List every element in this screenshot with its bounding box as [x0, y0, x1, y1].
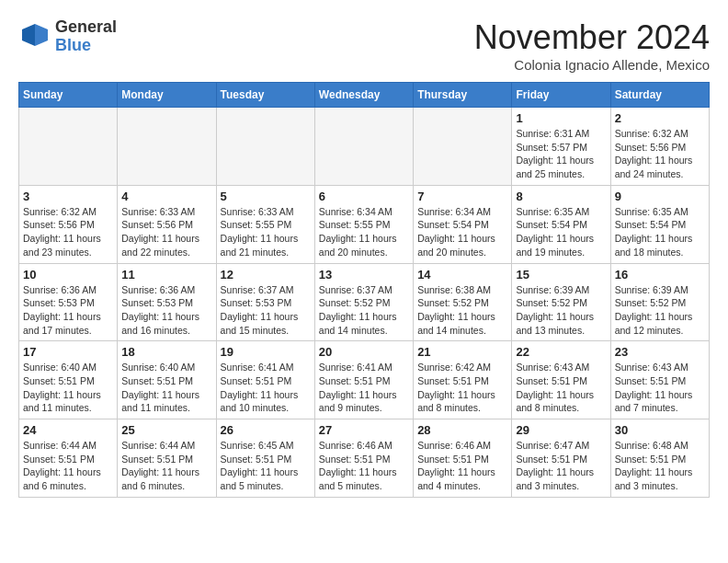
day-info: Sunrise: 6:41 AMSunset: 5:51 PMDaylight:… [319, 361, 409, 415]
day-info: Sunrise: 6:35 AMSunset: 5:54 PMDaylight:… [615, 205, 705, 259]
day-info: Sunrise: 6:33 AMSunset: 5:56 PMDaylight:… [121, 205, 211, 259]
day-number: 11 [121, 268, 211, 282]
calendar-header: SundayMondayTuesdayWednesdayThursdayFrid… [19, 83, 710, 108]
day-info: Sunrise: 6:46 AMSunset: 5:51 PMDaylight:… [417, 439, 507, 493]
calendar-table: SundayMondayTuesdayWednesdayThursdayFrid… [18, 82, 710, 498]
day-number: 15 [516, 268, 606, 282]
calendar-cell: 27Sunrise: 6:46 AMSunset: 5:51 PMDayligh… [314, 419, 413, 498]
calendar-cell: 22Sunrise: 6:43 AMSunset: 5:51 PMDayligh… [512, 341, 610, 419]
calendar-cell: 16Sunrise: 6:39 AMSunset: 5:52 PMDayligh… [610, 263, 709, 341]
day-number: 30 [615, 423, 705, 437]
day-info: Sunrise: 6:46 AMSunset: 5:51 PMDaylight:… [319, 439, 409, 493]
day-number: 12 [221, 268, 311, 282]
day-info: Sunrise: 6:44 AMSunset: 5:51 PMDaylight:… [23, 439, 113, 493]
day-number: 26 [221, 423, 311, 437]
day-number: 4 [121, 190, 211, 203]
calendar-cell: 28Sunrise: 6:46 AMSunset: 5:51 PMDayligh… [414, 419, 512, 498]
day-info: Sunrise: 6:40 AMSunset: 5:51 PMDaylight:… [121, 361, 211, 415]
day-info: Sunrise: 6:37 AMSunset: 5:52 PMDaylight:… [319, 283, 409, 338]
day-number: 24 [23, 423, 113, 437]
calendar-cell: 9Sunrise: 6:35 AMSunset: 5:54 PMDaylight… [610, 185, 709, 263]
weekday-header: Tuesday [216, 83, 314, 108]
day-info: Sunrise: 6:44 AMSunset: 5:51 PMDaylight:… [121, 439, 211, 493]
calendar-body: 1Sunrise: 6:31 AMSunset: 5:57 PMDaylight… [19, 108, 710, 498]
day-info: Sunrise: 6:40 AMSunset: 5:51 PMDaylight:… [23, 361, 113, 415]
page-header: General Blue November 2024 Colonia Ignac… [18, 18, 710, 73]
calendar-cell: 20Sunrise: 6:41 AMSunset: 5:51 PMDayligh… [314, 341, 413, 419]
title-block: November 2024 Colonia Ignacio Allende, M… [474, 18, 710, 73]
calendar-cell: 1Sunrise: 6:31 AMSunset: 5:57 PMDaylight… [512, 108, 610, 186]
logo-icon [18, 20, 51, 53]
day-number: 1 [516, 111, 606, 125]
calendar-cell [414, 108, 512, 186]
day-info: Sunrise: 6:38 AMSunset: 5:52 PMDaylight:… [417, 283, 507, 338]
day-number: 10 [23, 268, 113, 282]
weekday-header: Wednesday [314, 83, 413, 108]
day-info: Sunrise: 6:48 AMSunset: 5:51 PMDaylight:… [615, 439, 705, 493]
day-info: Sunrise: 6:39 AMSunset: 5:52 PMDaylight:… [615, 283, 705, 338]
calendar-cell: 17Sunrise: 6:40 AMSunset: 5:51 PMDayligh… [19, 341, 118, 419]
calendar-cell: 24Sunrise: 6:44 AMSunset: 5:51 PMDayligh… [19, 419, 118, 498]
day-info: Sunrise: 6:43 AMSunset: 5:51 PMDaylight:… [615, 361, 705, 415]
calendar-cell: 18Sunrise: 6:40 AMSunset: 5:51 PMDayligh… [118, 341, 216, 419]
weekday-header: Monday [118, 83, 216, 108]
calendar-cell: 29Sunrise: 6:47 AMSunset: 5:51 PMDayligh… [512, 419, 610, 498]
calendar-cell: 5Sunrise: 6:33 AMSunset: 5:55 PMDaylight… [216, 185, 314, 263]
day-info: Sunrise: 6:36 AMSunset: 5:53 PMDaylight:… [23, 283, 113, 338]
calendar-cell: 4Sunrise: 6:33 AMSunset: 5:56 PMDaylight… [118, 185, 216, 263]
day-info: Sunrise: 6:47 AMSunset: 5:51 PMDaylight:… [516, 439, 606, 493]
calendar-cell [19, 108, 118, 186]
day-number: 3 [23, 190, 113, 203]
calendar-cell: 7Sunrise: 6:34 AMSunset: 5:54 PMDaylight… [414, 185, 512, 263]
day-info: Sunrise: 6:33 AMSunset: 5:55 PMDaylight:… [221, 205, 311, 259]
day-number: 17 [23, 345, 113, 359]
day-info: Sunrise: 6:41 AMSunset: 5:51 PMDaylight:… [221, 361, 311, 415]
calendar-cell: 6Sunrise: 6:34 AMSunset: 5:55 PMDaylight… [314, 185, 413, 263]
calendar-cell: 25Sunrise: 6:44 AMSunset: 5:51 PMDayligh… [118, 419, 216, 498]
day-number: 14 [417, 268, 507, 282]
day-number: 23 [615, 345, 705, 359]
weekday-header: Thursday [414, 83, 512, 108]
day-number: 22 [516, 345, 606, 359]
day-number: 7 [417, 190, 507, 203]
day-number: 2 [615, 111, 705, 125]
calendar-cell: 10Sunrise: 6:36 AMSunset: 5:53 PMDayligh… [19, 263, 118, 341]
logo: General Blue [18, 18, 117, 55]
day-info: Sunrise: 6:35 AMSunset: 5:54 PMDaylight:… [516, 205, 606, 259]
calendar-cell: 13Sunrise: 6:37 AMSunset: 5:52 PMDayligh… [314, 263, 413, 341]
location: Colonia Ignacio Allende, Mexico [474, 57, 710, 73]
header-row: SundayMondayTuesdayWednesdayThursdayFrid… [19, 83, 710, 108]
calendar-week-row: 17Sunrise: 6:40 AMSunset: 5:51 PMDayligh… [19, 341, 710, 419]
day-number: 29 [516, 423, 606, 437]
day-number: 5 [221, 190, 311, 203]
day-number: 19 [221, 345, 311, 359]
day-number: 18 [121, 345, 211, 359]
calendar-cell: 15Sunrise: 6:39 AMSunset: 5:52 PMDayligh… [512, 263, 610, 341]
calendar-week-row: 3Sunrise: 6:32 AMSunset: 5:56 PMDaylight… [19, 185, 710, 263]
day-info: Sunrise: 6:45 AMSunset: 5:51 PMDaylight:… [221, 439, 311, 493]
calendar-cell: 11Sunrise: 6:36 AMSunset: 5:53 PMDayligh… [118, 263, 216, 341]
day-number: 6 [319, 190, 409, 203]
calendar-cell: 26Sunrise: 6:45 AMSunset: 5:51 PMDayligh… [216, 419, 314, 498]
day-number: 13 [319, 268, 409, 282]
calendar-week-row: 10Sunrise: 6:36 AMSunset: 5:53 PMDayligh… [19, 263, 710, 341]
day-info: Sunrise: 6:32 AMSunset: 5:56 PMDaylight:… [615, 127, 705, 181]
calendar-cell [314, 108, 413, 186]
day-number: 8 [516, 190, 606, 203]
calendar-cell: 30Sunrise: 6:48 AMSunset: 5:51 PMDayligh… [610, 419, 709, 498]
calendar-cell: 3Sunrise: 6:32 AMSunset: 5:56 PMDaylight… [19, 185, 118, 263]
weekday-header: Saturday [610, 83, 709, 108]
calendar-cell: 21Sunrise: 6:42 AMSunset: 5:51 PMDayligh… [414, 341, 512, 419]
day-info: Sunrise: 6:43 AMSunset: 5:51 PMDaylight:… [516, 361, 606, 415]
calendar-week-row: 24Sunrise: 6:44 AMSunset: 5:51 PMDayligh… [19, 419, 710, 498]
day-info: Sunrise: 6:32 AMSunset: 5:56 PMDaylight:… [23, 205, 113, 259]
calendar-cell [118, 108, 216, 186]
weekday-header: Friday [512, 83, 610, 108]
logo-text: General Blue [55, 18, 117, 55]
month-title: November 2024 [474, 18, 710, 57]
day-info: Sunrise: 6:36 AMSunset: 5:53 PMDaylight:… [121, 283, 211, 338]
day-number: 9 [615, 190, 705, 203]
calendar-cell: 19Sunrise: 6:41 AMSunset: 5:51 PMDayligh… [216, 341, 314, 419]
day-number: 21 [417, 345, 507, 359]
calendar-cell: 12Sunrise: 6:37 AMSunset: 5:53 PMDayligh… [216, 263, 314, 341]
